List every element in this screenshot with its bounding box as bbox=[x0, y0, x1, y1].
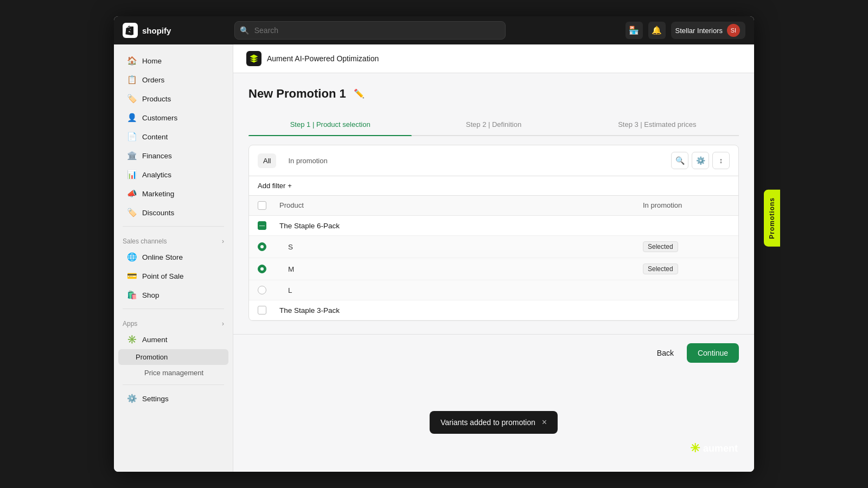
shopify-logo: shopify bbox=[123, 23, 171, 38]
orders-icon: 📋 bbox=[127, 75, 137, 85]
header-in-promotion: In promotion bbox=[643, 201, 730, 210]
table-row: The Staple 3-Pack bbox=[249, 300, 738, 320]
shop-icon: 🛍️ bbox=[127, 290, 137, 300]
table-row: L bbox=[249, 280, 738, 300]
sidebar-item-marketing[interactable]: 📣 Marketing bbox=[118, 184, 228, 203]
select-all-checkbox[interactable] bbox=[258, 201, 266, 210]
app-header: Aument AI-Powered Optimization bbox=[233, 44, 754, 73]
sidebar-item-analytics[interactable]: 📊 Analytics bbox=[118, 165, 228, 184]
sidebar-label-discounts: Discounts bbox=[142, 209, 174, 217]
step-2[interactable]: Step 2 | Definition bbox=[412, 114, 575, 135]
s-variant-checkbox[interactable] bbox=[258, 242, 266, 251]
table-row: M Selected bbox=[249, 258, 738, 280]
toast-notification: Variants added to promotion × bbox=[430, 411, 558, 434]
sidebar-label-aument: Aument bbox=[142, 336, 168, 344]
search-bar: 🔍 bbox=[234, 21, 506, 40]
sidebar-item-customers[interactable]: 👤 Customers bbox=[118, 108, 228, 127]
page-content: New Promotion 1 ✏️ Step 1 | Product sele… bbox=[233, 73, 754, 334]
search-input[interactable] bbox=[234, 21, 506, 40]
sidebar-item-point-of-sale[interactable]: 💳 Point of Sale bbox=[118, 267, 228, 285]
promotions-side-tab[interactable]: Promotions bbox=[764, 190, 780, 247]
bottom-bar: Back Continue bbox=[233, 334, 754, 371]
filter-row: Add filter + bbox=[249, 176, 738, 196]
tab-in-promotion[interactable]: In promotion bbox=[283, 153, 333, 168]
sidebar-item-shop[interactable]: 🛍️ Shop bbox=[118, 286, 228, 304]
sidebar-item-price-management[interactable]: Price management bbox=[118, 365, 228, 380]
sidebar-divider-3 bbox=[123, 384, 224, 385]
sidebar-item-settings[interactable]: ⚙️ Settings bbox=[118, 389, 228, 408]
m-variant-in-promotion: Selected bbox=[643, 264, 730, 274]
step-2-label: Step 2 | Definition bbox=[466, 120, 521, 129]
apps-expand-icon[interactable]: › bbox=[222, 320, 224, 328]
search-filter-button[interactable]: 🔍 bbox=[671, 152, 688, 169]
store-badge[interactable]: Stellar Interiors SI bbox=[671, 22, 745, 39]
sidebar-label-shop: Shop bbox=[142, 291, 159, 299]
apps-section: Apps › bbox=[114, 313, 233, 330]
step-1[interactable]: Step 1 | Product selection bbox=[248, 114, 412, 135]
topbar-right: 🏪 🔔 Stellar Interiors SI bbox=[626, 22, 745, 39]
tab-all[interactable]: All bbox=[258, 153, 276, 168]
sidebar-item-products[interactable]: 🏷️ Products bbox=[118, 89, 228, 108]
m-variant-checkbox[interactable] bbox=[258, 265, 266, 273]
sidebar-item-online-store[interactable]: 🌐 Online Store bbox=[118, 248, 228, 266]
app-title: Aument AI-Powered Optimization bbox=[267, 54, 379, 63]
s-variant-in-promotion: Selected bbox=[643, 241, 730, 252]
row-checkbox-cell bbox=[258, 242, 279, 251]
sidebar-item-home[interactable]: 🏠 Home bbox=[118, 52, 228, 70]
row-checkbox-cell bbox=[258, 306, 279, 314]
row-checkbox-cell bbox=[258, 265, 279, 273]
sidebar-label-home: Home bbox=[142, 57, 162, 65]
table-toolbar: All In promotion 🔍 ⚙️ ↕️ bbox=[249, 145, 738, 176]
add-filter-label: Add filter bbox=[258, 182, 285, 190]
m-selected-badge: Selected bbox=[643, 264, 678, 274]
continue-button[interactable]: Continue bbox=[687, 343, 739, 363]
toast-close-button[interactable]: × bbox=[542, 418, 547, 427]
sidebar-label-promotion: Promotion bbox=[136, 353, 168, 361]
sort-button[interactable]: ↕️ bbox=[712, 152, 730, 169]
page-title-row: New Promotion 1 ✏️ bbox=[248, 86, 739, 101]
back-button[interactable]: Back bbox=[650, 344, 680, 362]
edit-title-button[interactable]: ✏️ bbox=[352, 86, 367, 101]
topbar: shopify 🔍 🏪 🔔 Stellar Interiors SI bbox=[114, 16, 754, 44]
sidebar-item-aument[interactable]: ✳️ Aument bbox=[118, 330, 228, 349]
sidebar-label-point-of-sale: Point of Sale bbox=[142, 272, 184, 280]
notification-bell-button[interactable]: 🔔 bbox=[648, 22, 666, 39]
m-variant-name: M bbox=[279, 265, 643, 273]
finances-icon: 🏛️ bbox=[127, 151, 137, 160]
staple-6-pack-name: The Staple 6-Pack bbox=[279, 222, 643, 230]
row-checkbox-cell bbox=[258, 221, 279, 230]
content-area: Aument AI-Powered Optimization New Promo… bbox=[233, 44, 754, 472]
staple-6-pack-checkbox[interactable] bbox=[258, 221, 266, 230]
shopify-logo-text: shopify bbox=[142, 26, 171, 35]
products-icon: 🏷️ bbox=[127, 94, 137, 104]
sidebar-label-analytics: Analytics bbox=[142, 171, 171, 179]
sidebar-label-marketing: Marketing bbox=[142, 190, 174, 198]
product-table: All In promotion 🔍 ⚙️ ↕️ bbox=[248, 145, 739, 321]
sidebar-item-finances[interactable]: 🏛️ Finances bbox=[118, 146, 228, 165]
add-filter-button[interactable]: Add filter + bbox=[258, 182, 292, 190]
sidebar-label-orders: Orders bbox=[142, 76, 164, 84]
sales-channels-label: Sales channels bbox=[123, 237, 167, 245]
staple-3-pack-checkbox[interactable] bbox=[258, 306, 266, 314]
sidebar-label-online-store: Online Store bbox=[142, 253, 183, 261]
sidebar-item-content[interactable]: 📄 Content bbox=[118, 127, 228, 146]
sidebar-item-promotion[interactable]: Promotion bbox=[118, 349, 228, 365]
step-3-label: Step 3 | Estimated prices bbox=[618, 120, 696, 129]
store-icon-button[interactable]: 🏪 bbox=[626, 22, 643, 39]
online-store-icon: 🌐 bbox=[127, 252, 137, 262]
filter-button[interactable]: ⚙️ bbox=[692, 152, 709, 169]
table-header: Product In promotion bbox=[249, 196, 738, 216]
sidebar-item-orders[interactable]: 📋 Orders bbox=[118, 70, 228, 89]
toast-message: Variants added to promotion bbox=[441, 418, 535, 427]
table-row: S Selected bbox=[249, 236, 738, 258]
step-3[interactable]: Step 3 | Estimated prices bbox=[576, 114, 739, 135]
sales-channels-expand-icon[interactable]: › bbox=[222, 237, 224, 245]
row-checkbox-cell bbox=[258, 286, 279, 294]
l-variant-checkbox[interactable] bbox=[258, 286, 266, 294]
discounts-icon: 🏷️ bbox=[127, 208, 137, 217]
sidebar: 🏠 Home 📋 Orders 🏷️ Products 👤 Customers bbox=[114, 44, 233, 472]
sidebar-item-discounts[interactable]: 🏷️ Discounts bbox=[118, 203, 228, 222]
page-title: New Promotion 1 bbox=[248, 87, 346, 101]
settings-icon: ⚙️ bbox=[127, 394, 137, 403]
aument-app-icon bbox=[246, 51, 261, 66]
